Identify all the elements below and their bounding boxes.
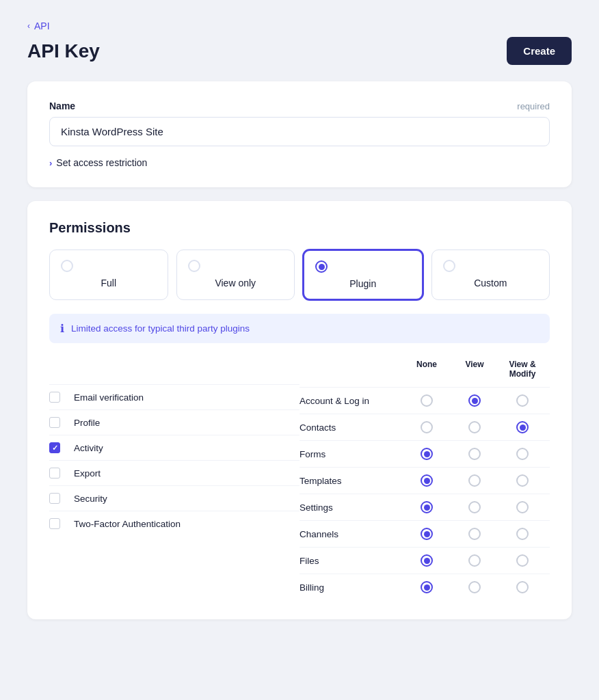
- contacts-none-radio[interactable]: [421, 421, 433, 433]
- list-item: Account & Log in: [300, 387, 550, 414]
- permissions-title: Permissions: [49, 220, 550, 236]
- breadcrumb-chevron: ‹: [27, 21, 30, 31]
- perm-type-full[interactable]: Full: [49, 250, 168, 300]
- perm-type-view-only-radio: [188, 260, 200, 272]
- channels-view-modify-radio[interactable]: [516, 528, 529, 540]
- list-item: Security: [49, 485, 300, 511]
- page-title: API Key: [27, 40, 100, 62]
- list-item: Activity: [49, 435, 300, 460]
- contacts-view-radio[interactable]: [468, 421, 481, 433]
- list-item: Email verification: [49, 384, 300, 409]
- perm-type-custom-radio: [443, 260, 455, 272]
- perm-type-plugin-radio: [315, 260, 328, 273]
- account-login-view-radio[interactable]: [468, 394, 481, 407]
- billing-view-radio[interactable]: [468, 581, 481, 593]
- email-verification-checkbox[interactable]: [49, 392, 60, 403]
- two-factor-label: Two-Factor Authentication: [74, 519, 300, 529]
- permissions-table: Email verification Profile Activity Expo…: [49, 360, 550, 600]
- list-item: Settings: [300, 494, 550, 520]
- col-name-header: [300, 360, 399, 379]
- settings-label: Settings: [300, 502, 399, 513]
- list-item: Templates: [300, 467, 550, 494]
- settings-none-radio[interactable]: [421, 501, 433, 513]
- perm-type-view-only[interactable]: View only: [176, 250, 295, 300]
- two-factor-checkbox[interactable]: [49, 518, 60, 529]
- list-item: Billing: [300, 574, 550, 600]
- access-restriction-label: Set access restriction: [56, 157, 147, 168]
- templates-label: Templates: [300, 476, 399, 486]
- view-modify-header: View & Modify: [495, 360, 550, 379]
- left-permissions-column: Email verification Profile Activity Expo…: [49, 360, 300, 600]
- list-item: Channels: [300, 520, 550, 547]
- list-item: Forms: [300, 440, 550, 467]
- files-label: Files: [300, 556, 399, 566]
- activity-checkbox[interactable]: [49, 442, 60, 453]
- table-header: None View View & Modify: [300, 360, 550, 384]
- templates-none-radio[interactable]: [421, 474, 433, 487]
- billing-view-modify-radio[interactable]: [516, 581, 529, 593]
- list-item: Export: [49, 460, 300, 485]
- perm-type-plugin[interactable]: Plugin: [303, 250, 423, 300]
- name-card: Name required › Set access restriction: [27, 81, 572, 187]
- templates-view-modify-radio[interactable]: [516, 474, 529, 487]
- name-field-header: Name required: [49, 100, 550, 111]
- create-button[interactable]: Create: [507, 37, 572, 65]
- perm-type-full-radio: [61, 260, 73, 272]
- perm-type-plugin-label: Plugin: [349, 278, 376, 289]
- permissions-card: Permissions Full View only Plugin Custom…: [27, 201, 572, 619]
- files-none-radio[interactable]: [421, 554, 433, 567]
- forms-view-modify-radio[interactable]: [516, 448, 529, 460]
- channels-none-radio[interactable]: [421, 528, 433, 540]
- contacts-label: Contacts: [300, 422, 399, 433]
- settings-view-radio[interactable]: [468, 501, 481, 513]
- name-label: Name: [49, 100, 75, 111]
- none-header: None: [399, 360, 454, 379]
- security-checkbox[interactable]: [49, 493, 60, 504]
- email-verification-label: Email verification: [74, 392, 300, 403]
- view-header: View: [454, 360, 495, 379]
- profile-checkbox[interactable]: [49, 417, 60, 428]
- settings-view-modify-radio[interactable]: [516, 501, 529, 513]
- export-checkbox[interactable]: [49, 468, 60, 479]
- access-chevron-icon: ›: [49, 158, 52, 168]
- activity-label: Activity: [74, 443, 300, 453]
- perm-type-full-label: Full: [101, 278, 116, 288]
- channels-view-radio[interactable]: [468, 528, 481, 540]
- profile-label: Profile: [74, 418, 300, 428]
- info-text: Limited access for typical third party p…: [71, 323, 250, 334]
- account-login-label: Account & Log in: [300, 396, 399, 406]
- list-item: Contacts: [300, 414, 550, 440]
- list-item: Two-Factor Authentication: [49, 511, 300, 536]
- channels-label: Channels: [300, 529, 399, 539]
- col-spacer: [49, 360, 300, 384]
- files-view-radio[interactable]: [468, 554, 481, 567]
- info-icon: ℹ: [60, 322, 64, 335]
- breadcrumb-api-link[interactable]: API: [34, 21, 50, 31]
- billing-none-radio[interactable]: [421, 581, 433, 593]
- account-login-view-modify-radio[interactable]: [516, 394, 529, 407]
- required-label: required: [517, 101, 550, 111]
- security-label: Security: [74, 494, 300, 504]
- permission-type-selector: Full View only Plugin Custom: [49, 250, 550, 300]
- forms-view-radio[interactable]: [468, 448, 481, 460]
- access-restriction-toggle[interactable]: › Set access restriction: [49, 157, 550, 168]
- export-label: Export: [74, 468, 300, 479]
- info-banner: ℹ Limited access for typical third party…: [49, 314, 550, 343]
- forms-label: Forms: [300, 449, 399, 459]
- list-item: Files: [300, 547, 550, 574]
- billing-label: Billing: [300, 582, 399, 593]
- templates-view-radio[interactable]: [468, 474, 481, 487]
- breadcrumb: ‹ API: [27, 21, 572, 31]
- perm-type-custom[interactable]: Custom: [431, 250, 550, 300]
- account-login-none-radio[interactable]: [421, 394, 433, 407]
- right-permissions-column: None View View & Modify Account & Log in…: [300, 360, 550, 600]
- perm-type-view-only-label: View only: [215, 278, 256, 288]
- forms-none-radio[interactable]: [421, 448, 433, 460]
- files-view-modify-radio[interactable]: [516, 554, 529, 567]
- page-header: API Key Create: [27, 37, 572, 65]
- name-input[interactable]: [49, 117, 550, 146]
- contacts-view-modify-radio[interactable]: [516, 421, 529, 433]
- list-item: Profile: [49, 409, 300, 435]
- perm-type-custom-label: Custom: [474, 278, 507, 288]
